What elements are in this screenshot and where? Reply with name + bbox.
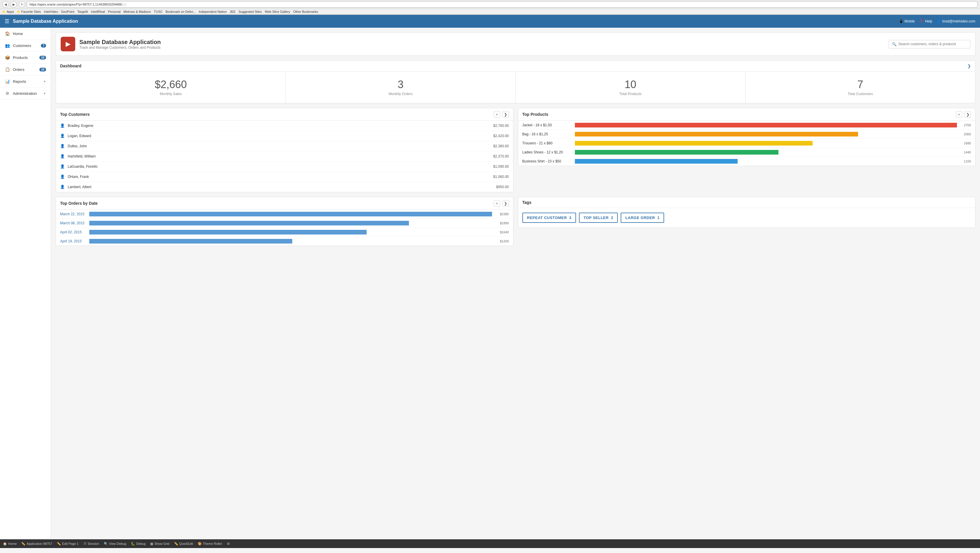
devbar-edit-page[interactable]: ✏️ Edit Page 1	[57, 542, 79, 546]
order-date[interactable]: April 19, 2015	[60, 239, 89, 243]
help-link[interactable]: ❓ Help	[920, 19, 932, 23]
url-bar[interactable]	[27, 1, 978, 8]
top-customers-col: Top Customers + ❯ 👤 Bradley, Eugene $2,7…	[56, 108, 513, 192]
tag-item[interactable]: REPEAT CUSTOMER 3	[522, 213, 576, 223]
customer-row[interactable]: 👤 Hartsfield, William $2,370.00	[56, 151, 513, 162]
tag-item[interactable]: LARGE ORDER 1	[620, 213, 664, 223]
order-bar-container	[89, 221, 492, 226]
customer-amount: $2,760.00	[493, 124, 509, 128]
bookmark-webslice[interactable]: Web Slice Gallery	[265, 10, 290, 13]
bookmark-apps[interactable]: Apps	[2, 10, 14, 13]
customer-row[interactable]: 👤 LaGuardia, Fiorello $1,090.00	[56, 162, 513, 172]
product-row: Ladies Shoes - 12 x $1,20 1440	[518, 148, 975, 157]
tag-count: 2	[611, 216, 613, 220]
bookmark-intelvideo[interactable]: IntelVideo	[44, 10, 58, 13]
order-date[interactable]: March 22, 2015	[60, 212, 89, 216]
bookmark-melrose[interactable]: Melrose & Madison	[123, 10, 151, 13]
app-title-nav: Sample Database Application	[13, 19, 899, 24]
customer-amount: $1,090.00	[493, 165, 509, 168]
app-header-card: ▶ Sample Database Application Track and …	[56, 32, 975, 56]
bookmark-tusc[interactable]: TUSC	[154, 10, 163, 13]
top-products-actions: + ❯	[956, 111, 971, 118]
bookmark-personal[interactable]: Personal	[108, 10, 121, 13]
bookmark-targetit[interactable]: TargetIt	[77, 10, 88, 13]
customer-avatar-icon: 👤	[60, 144, 65, 148]
top-products-add-button[interactable]: +	[956, 111, 962, 118]
order-value: $1640	[495, 230, 509, 234]
devbar-settings[interactable]: ⚙	[227, 542, 230, 546]
top-customers-add-button[interactable]: +	[494, 111, 500, 118]
product-bar	[575, 132, 858, 137]
customer-row[interactable]: 👤 Dulles, John $2,380.00	[56, 141, 513, 151]
bookmark-other[interactable]: Other Bookmarks	[293, 10, 318, 13]
order-bar	[89, 230, 367, 235]
forward-button[interactable]: ▶	[11, 1, 17, 8]
top-orders-actions: + ❯	[494, 200, 509, 207]
mobile-link[interactable]: 📱 Mobile	[899, 19, 915, 23]
bookmarks-bar: Apps Favorite Sites IntelVideo GeoPoint …	[0, 9, 980, 14]
back-button[interactable]: ◀	[2, 1, 9, 8]
top-products-nav-button[interactable]: ❯	[964, 111, 971, 118]
bookmark-geopoint[interactable]: GeoPoint	[61, 10, 75, 13]
sidebar-item-orders[interactable]: 📋 Orders 10	[0, 64, 51, 76]
bookmark-delicious[interactable]: Bookmark on Delici...	[165, 10, 196, 13]
bookmark-favorite-sites[interactable]: Favorite Sites	[17, 10, 41, 13]
customer-row[interactable]: 👤 OHare, Frank $1,060.00	[56, 172, 513, 182]
bookmark-intellireal[interactable]: IntelliReal	[91, 10, 105, 13]
search-input[interactable]	[898, 42, 967, 46]
devbar-session[interactable]: ⏱ Session	[83, 542, 99, 545]
order-date[interactable]: March 08, 2015	[60, 221, 89, 225]
customers-icon: 👥	[5, 43, 10, 48]
devbar-quickedit[interactable]: ✏️ QuickEdit	[174, 542, 193, 546]
sidebar-item-administration[interactable]: ⚙ Administration ▼	[0, 87, 51, 100]
devbar-show-grid[interactable]: ▦ Show Grid	[150, 542, 169, 546]
top-products-header: Top Products + ❯	[518, 108, 975, 121]
customer-avatar-icon: 👤	[60, 175, 65, 179]
sidebar-products-label: Products	[13, 56, 40, 60]
customer-avatar-icon: 👤	[60, 154, 65, 159]
dashboard-title: Dashboard	[60, 64, 967, 68]
devbar-view-debug[interactable]: 🔍 View Debug	[104, 542, 126, 546]
main-layout: 🏠 Home 👥 Customers 7 📦 Products 10 📋 Ord…	[0, 28, 980, 539]
reload-button[interactable]: ↻	[19, 1, 25, 8]
devbar-home[interactable]: 🏠 Home	[3, 542, 17, 546]
customer-row[interactable]: 👤 Bradley, Eugene $2,760.00	[56, 121, 513, 131]
hamburger-icon[interactable]: ☰	[5, 18, 10, 24]
bookmark-suggested[interactable]: Suggested Sites	[239, 10, 262, 13]
bookmark-jee[interactable]: JEE	[229, 10, 235, 13]
product-value: 2700	[959, 123, 971, 127]
top-orders-add-button[interactable]: +	[494, 200, 500, 207]
sidebar-item-home[interactable]: 🏠 Home	[0, 28, 51, 40]
order-bar	[89, 239, 292, 243]
devbar-debug[interactable]: 🐛 Debug	[131, 542, 146, 546]
sidebar-item-reports[interactable]: 📊 Reports ▼	[0, 76, 51, 87]
mobile-icon: 📱	[899, 19, 903, 23]
tag-item[interactable]: TOP SELLER 2	[579, 213, 618, 223]
dashboard-chevron-icon[interactable]: ❯	[967, 64, 971, 68]
devbar-application[interactable]: ✏️ Application 98757	[21, 542, 52, 546]
customers-list: 👤 Bradley, Eugene $2,760.00 👤 Logan, Edw…	[56, 121, 513, 192]
sidebar-item-products[interactable]: 📦 Products 10	[0, 52, 51, 64]
top-customers-nav-button[interactable]: ❯	[503, 111, 509, 118]
user-link[interactable]: 👤 brad@intelvideo.com	[937, 19, 975, 23]
customer-row[interactable]: 👤 Logan, Edward $2,420.00	[56, 131, 513, 141]
orders-list: March 22, 2015 $2380 March 08, 2015 $189…	[56, 210, 513, 246]
sidebar-home-label: Home	[13, 32, 46, 36]
sidebar-item-customers[interactable]: 👥 Customers 7	[0, 40, 51, 52]
app-wrapper: ☰ Sample Database Application 📱 Mobile ❓…	[0, 15, 980, 548]
customer-row[interactable]: 👤 Lambert, Albert $950.00	[56, 182, 513, 192]
product-value: 1150	[959, 159, 971, 163]
order-date[interactable]: April 02, 2015	[60, 230, 89, 234]
bookmark-independent[interactable]: Independent Nation	[199, 10, 227, 13]
devbar-theme-roller[interactable]: 🎨 Theme Roller	[198, 542, 222, 546]
sidebar-customers-label: Customers	[13, 43, 41, 48]
order-value: $1200	[495, 240, 509, 243]
orders-badge: 10	[40, 68, 46, 72]
customer-amount: $2,380.00	[493, 144, 509, 148]
top-products-card: Top Products + ❯ Jacket - 18 x $1,50 270…	[518, 108, 975, 166]
logo-icon: ▶	[65, 40, 71, 48]
search-box[interactable]: 🔍	[889, 40, 970, 48]
top-orders-nav-button[interactable]: ❯	[503, 200, 509, 207]
order-bar	[89, 221, 409, 226]
customer-name: Bradley, Eugene	[68, 124, 493, 128]
